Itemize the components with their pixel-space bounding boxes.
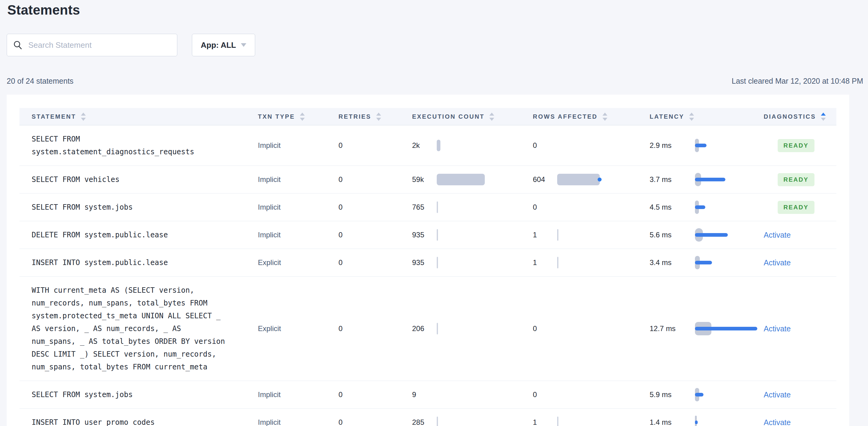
last-cleared-timestamp: Last cleared Mar 12, 2020 at 10:48 PM [732, 77, 863, 86]
rows-affected-bar [557, 173, 650, 186]
diagnostics-cell: Activate [764, 418, 836, 426]
sort-desc-icon [300, 118, 305, 121]
latency-bar-area [695, 416, 764, 426]
retries-cell: 0 [339, 324, 412, 333]
rows-affected-bar [557, 416, 650, 426]
latency-cell: 5.6 ms [650, 228, 764, 242]
rows-affected-value: 0 [533, 324, 557, 333]
txn-type-cell: Implicit [258, 390, 339, 399]
statement-cell: INSERT INTO user_promo_codes [20, 409, 258, 426]
sort-control[interactable] [821, 113, 826, 121]
diagnostics-activate-link[interactable]: Activate [764, 231, 791, 239]
execution-count-bar [437, 388, 533, 401]
latency-value: 1.4 ms [650, 418, 695, 426]
sort-asc-icon [602, 113, 607, 116]
diagnostics-activate-link[interactable]: Activate [764, 390, 791, 399]
diagnostics-activate-link[interactable]: Activate [764, 258, 791, 267]
latency-value: 4.5 ms [650, 203, 695, 211]
rows-affected-cell: 0 [533, 388, 650, 401]
execution-count-value: 765 [412, 203, 437, 211]
statement-text[interactable]: DELETE FROM system.public.lease [32, 229, 228, 241]
column-header-rows-affected: ROWS AFFECTED [533, 113, 650, 121]
statement-text[interactable]: INSERT INTO user_promo_codes [32, 416, 228, 426]
rows-affected-value: 1 [533, 258, 557, 267]
sort-desc-icon [376, 118, 381, 121]
txn-type-value: Implicit [258, 175, 281, 183]
statement-text[interactable]: SELECT FROM system.jobs [32, 201, 228, 214]
latency-bar-area [695, 228, 764, 242]
execution-count-value: 285 [412, 418, 437, 426]
value-bar [437, 202, 438, 213]
search-input[interactable] [28, 40, 171, 50]
rows-affected-cell: 1 [533, 256, 650, 269]
table-header-row: STATEMENTTXN TYPERETRIESEXECUTION COUNTR… [20, 108, 836, 125]
value-bar [437, 323, 438, 334]
value-bar [437, 229, 438, 241]
app-filter-dropdown[interactable]: App: ALL [192, 34, 255, 56]
diagnostics-cell: READY [764, 173, 836, 186]
execution-count-cell: 9 [412, 388, 533, 401]
execution-count-cell: 285 [412, 416, 533, 426]
diagnostics-ready-badge[interactable]: READY [778, 139, 814, 152]
latency-cell: 3.4 ms [650, 256, 764, 269]
rows-affected-cell: 1 [533, 228, 650, 242]
sort-asc-icon [300, 113, 305, 116]
latency-bar-area [695, 388, 764, 401]
sort-desc-icon [689, 118, 694, 121]
statement-text[interactable]: SELECT FROM system.jobs [32, 388, 228, 401]
latency-bar [695, 205, 705, 209]
retries-value: 0 [339, 390, 342, 399]
sort-control[interactable] [300, 113, 305, 121]
execution-count-value: 935 [412, 231, 437, 239]
statement-text[interactable]: INSERT INTO system.public.lease [32, 256, 228, 269]
txn-type-value: Explicit [258, 258, 281, 267]
value-bar [437, 174, 485, 185]
execution-count-bar [437, 322, 533, 335]
latency-bar-area [695, 139, 764, 152]
txn-type-cell: Explicit [258, 324, 339, 333]
diagnostics-cell: Activate [764, 390, 836, 399]
statement-text[interactable]: SELECT FROM system.statement_diagnostics… [32, 133, 228, 158]
latency-bar [695, 233, 728, 237]
sort-asc-icon [489, 113, 494, 116]
sort-control[interactable] [376, 113, 381, 121]
sort-control[interactable] [81, 113, 86, 121]
latency-bar-area [695, 201, 764, 214]
diagnostics-cell: READY [764, 201, 836, 214]
execution-count-cell: 935 [412, 256, 533, 269]
latency-value: 5.9 ms [650, 390, 695, 399]
value-bar [437, 417, 438, 426]
column-header-label: ROWS AFFECTED [533, 113, 598, 120]
rows-affected-bar [557, 228, 650, 242]
summary-row: 20 of 24 statements Last cleared Mar 12,… [7, 77, 863, 86]
diagnostics-activate-link[interactable]: Activate [764, 324, 791, 333]
execution-count-value: 206 [412, 324, 437, 333]
latency-bar [695, 261, 712, 265]
diagnostics-cell: READY [764, 139, 836, 152]
diagnostics-cell: Activate [764, 258, 836, 267]
table-row: DELETE FROM system.public.leaseImplicit0… [20, 221, 836, 249]
diagnostics-ready-badge[interactable]: READY [778, 201, 814, 214]
rows-affected-value: 1 [533, 231, 557, 239]
txn-type-value: Implicit [258, 231, 281, 239]
column-header-label: STATEMENT [32, 113, 76, 120]
execution-count-cell: 59k [412, 173, 533, 186]
rows-affected-bar [557, 388, 650, 401]
retries-value: 0 [339, 258, 342, 267]
app-filter-label: App: ALL [201, 40, 236, 50]
retries-cell: 0 [339, 258, 412, 267]
diagnostics-ready-badge[interactable]: READY [778, 173, 814, 186]
execution-count-cell: 2k [412, 139, 533, 152]
txn-type-cell: Implicit [258, 231, 339, 239]
execution-count-bar [437, 256, 533, 269]
sort-control[interactable] [602, 113, 607, 121]
sort-desc-icon [489, 118, 494, 121]
latency-value: 3.4 ms [650, 258, 695, 267]
statement-text[interactable]: SELECT FROM vehicles [32, 173, 228, 186]
diagnostics-activate-link[interactable]: Activate [764, 418, 791, 426]
statement-cell: WITH current_meta AS (SELECT version, nu… [20, 277, 258, 381]
statement-text[interactable]: WITH current_meta AS (SELECT version, nu… [32, 284, 228, 373]
sort-control[interactable] [689, 113, 694, 121]
execution-count-bar [437, 173, 533, 186]
sort-control[interactable] [489, 113, 494, 121]
